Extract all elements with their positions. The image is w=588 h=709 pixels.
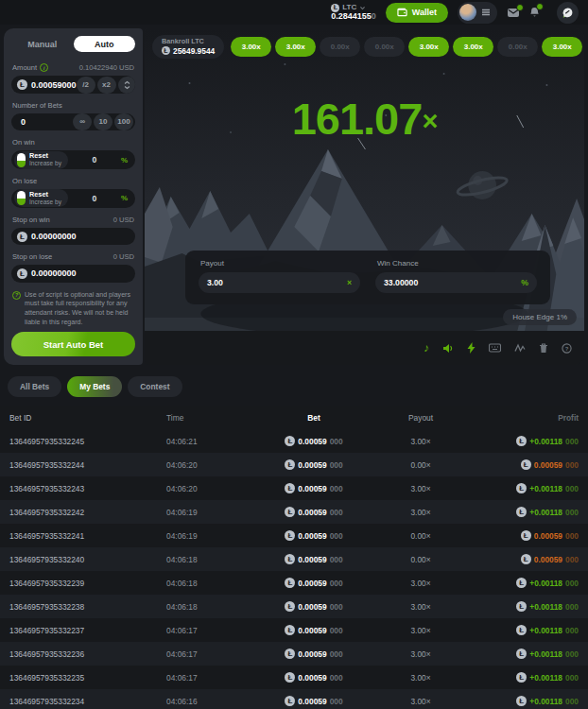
history-multiplier-pill[interactable]: 0.00x — [320, 37, 360, 57]
half-bet-button[interactable]: /2 — [77, 77, 95, 94]
table-row[interactable]: 13646957935332240 04:06:18 Ł0.00059000 0… — [0, 547, 588, 571]
clear-button[interactable] — [539, 343, 548, 354]
bet-id-cell: 13646957935332240 — [9, 555, 166, 564]
history-multiplier-pill[interactable]: 0.00x — [497, 37, 538, 57]
win-chance-input[interactable]: 33.00000 % — [375, 272, 537, 293]
history-multiplier-pill[interactable]: 3.00x — [231, 37, 271, 57]
bet-cell: Ł0.00059000 — [253, 507, 374, 517]
table-row[interactable]: 13646957935332244 04:06:20 Ł0.00059000 0… — [0, 453, 588, 476]
history-multiplier-pill[interactable]: 3.00x — [408, 37, 449, 57]
bet-cell: Ł0.00059000 — [253, 530, 374, 541]
stop-on-lose-label: Stop on lose — [12, 252, 52, 261]
top-bar: Ł LTC 0.28441550 Wallet — [0, 0, 588, 25]
payout-label: Payout — [200, 259, 358, 268]
notification-badge — [516, 4, 524, 11]
table-row[interactable]: 13646957935332237 04:06:17 Ł0.00059000 3… — [0, 618, 588, 642]
payout-cell: 3.00× — [374, 649, 467, 659]
time-cell: 04:06:18 — [166, 579, 253, 588]
history-multiplier-pill[interactable]: 3.00x — [453, 37, 493, 57]
house-edge-badge[interactable]: House Edge 1% — [503, 309, 577, 325]
bankroll-selector[interactable]: Bankroll LTC Ł25649.9544 — [152, 35, 224, 59]
bet-amount: 0.00059 — [298, 460, 326, 470]
bet-amount: 0.00059 — [298, 484, 326, 493]
bet-amount: 0.00059 — [298, 673, 326, 683]
hotkeys-button[interactable] — [489, 343, 501, 353]
amount-stepper[interactable] — [118, 77, 135, 94]
turbo-button[interactable] — [467, 342, 476, 354]
table-row[interactable]: 13646957935332238 04:06:18 Ł0.00059000 3… — [0, 595, 588, 618]
trash-icon — [539, 343, 548, 354]
music-button[interactable]: ♪ — [424, 342, 429, 354]
start-auto-bet-button[interactable]: Start Auto Bet — [11, 332, 135, 356]
coin-icon: Ł — [285, 696, 295, 706]
wallet-button[interactable]: Wallet — [386, 3, 448, 23]
payout-cell: 0.00× — [374, 531, 467, 541]
coin-icon: Ł — [516, 578, 527, 588]
stop-on-win-value: 0.00000000 — [31, 232, 133, 241]
bets-tabs: All Bets My Bets Contest — [0, 376, 588, 397]
stop-on-win-input[interactable]: Ł 0.00000000 — [11, 228, 135, 245]
bet-cell: Ł0.00059000 — [253, 625, 374, 635]
on-win-mode-toggle[interactable]: ResetIncrease by — [14, 151, 68, 169]
tab-auto[interactable]: Auto — [74, 36, 136, 52]
user-menu[interactable] — [458, 2, 497, 24]
messages-button[interactable] — [507, 8, 520, 18]
bet-amount-dim: 000 — [330, 460, 343, 470]
table-row[interactable]: 13646957935332243 04:06:20 Ł0.00059000 3… — [0, 476, 588, 500]
bets-infinite-button[interactable]: ∞ — [73, 113, 92, 130]
on-lose-mode-toggle[interactable]: ResetIncrease by — [14, 189, 68, 207]
bet-amount-dim: 000 — [330, 508, 343, 517]
sound-button[interactable] — [442, 343, 454, 354]
amount-input[interactable]: Ł 0.00059000 /2 x2 — [11, 76, 135, 93]
bets-10-button[interactable]: 10 — [94, 113, 112, 130]
bets-table: Bet ID Time Bet Payout Profit 1364695793… — [0, 406, 588, 709]
profit-amount-dim: 000 — [565, 437, 579, 446]
payout-cell: 0.00× — [374, 460, 467, 470]
coin-icon: Ł — [516, 648, 527, 659]
notification-badge — [536, 3, 544, 10]
toggle-icon — [17, 153, 26, 167]
info-icon[interactable]: i — [40, 63, 48, 72]
bet-amount-dim: 000 — [330, 697, 343, 706]
payout-cell: 3.00× — [374, 673, 467, 683]
table-row[interactable]: 13646957935332245 04:06:21 Ł0.00059000 3… — [0, 429, 588, 453]
double-bet-button[interactable]: x2 — [97, 77, 116, 94]
stop-on-lose-value: 0.00000000 — [31, 268, 133, 278]
history-multiplier-pill[interactable]: 3.00x — [542, 37, 582, 57]
tab-all-bets[interactable]: All Bets — [8, 376, 61, 397]
on-win-unit: % — [121, 156, 128, 164]
table-row[interactable]: 13646957935332242 04:06:19 Ł0.00059000 3… — [0, 500, 588, 524]
bet-cell: Ł0.00059000 — [253, 459, 374, 470]
number-of-bets-input[interactable]: 0 ∞ 10 100 — [11, 113, 135, 130]
profit-cell: Ł+0.00118000 — [467, 483, 579, 493]
balance-selector[interactable]: Ł LTC 0.28441550 — [331, 4, 376, 22]
stop-on-lose-input[interactable]: Ł 0.00000000 — [11, 265, 135, 282]
bet-controls-panel: Manual Auto Amounti 0.10422940 USD Ł 0.0… — [4, 28, 143, 365]
tab-manual[interactable]: Manual — [11, 36, 74, 52]
tab-my-bets[interactable]: My Bets — [67, 376, 122, 397]
bet-cell: Ł0.00059000 — [253, 436, 374, 446]
table-row[interactable]: 13646957935332234 04:06:16 Ł0.00059000 3… — [0, 689, 588, 709]
payout-cell: 3.00× — [374, 508, 467, 517]
tab-contest[interactable]: Contest — [128, 376, 182, 397]
help-button[interactable]: ? — [562, 343, 572, 354]
on-win-value[interactable]: 0 — [72, 155, 117, 164]
on-lose-unit: % — [121, 194, 128, 202]
table-row[interactable]: 13646957935332241 04:06:19 Ł0.00059000 0… — [0, 524, 588, 547]
on-lose-value[interactable]: 0 — [72, 194, 117, 203]
balance-value: 0.2844155 — [331, 11, 372, 21]
history-multiplier-pill[interactable]: 0.00x — [364, 37, 405, 57]
table-row[interactable]: 13646957935332239 04:06:18 Ł0.00059000 3… — [0, 571, 588, 595]
profit-amount-dim: 000 — [565, 602, 579, 612]
table-row[interactable]: 13646957935332236 04:06:17 Ł0.00059000 3… — [0, 642, 588, 666]
chat-button[interactable] — [557, 2, 579, 24]
history-multiplier-pill[interactable]: 3.00x — [275, 37, 316, 57]
on-lose-control: ResetIncrease by 0 % — [11, 189, 135, 208]
notifications-button[interactable] — [529, 7, 540, 18]
payout-input[interactable]: 3.00 × — [199, 272, 360, 293]
payout-cell: 3.00× — [374, 602, 467, 612]
payout-cell: 3.00× — [374, 697, 467, 706]
bets-100-button[interactable]: 100 — [114, 113, 133, 130]
trends-button[interactable] — [514, 343, 526, 353]
table-row[interactable]: 13646957935332235 04:06:17 Ł0.00059000 3… — [0, 666, 588, 689]
